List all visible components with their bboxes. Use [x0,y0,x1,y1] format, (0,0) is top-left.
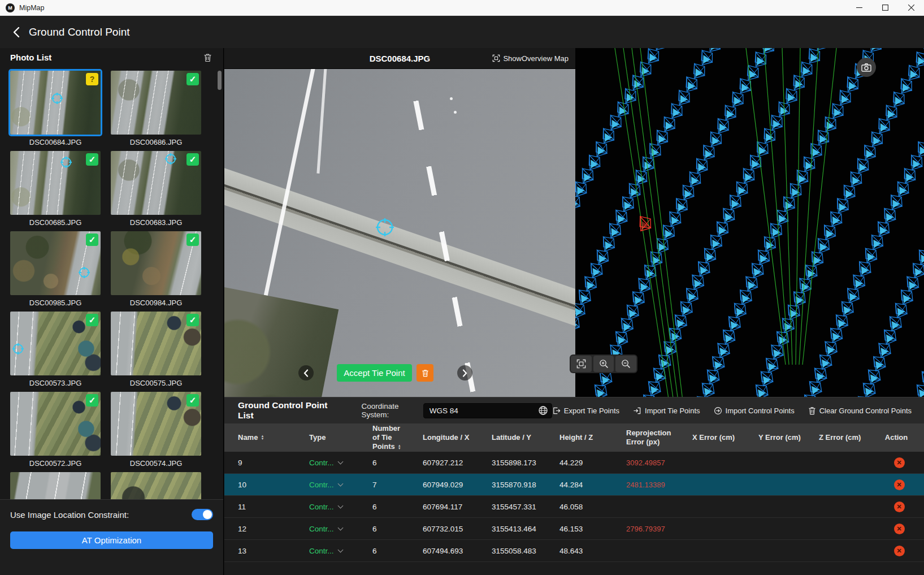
chevron-down-icon [337,503,343,508]
maximize-button[interactable] [872,0,898,15]
show-overview-map-button[interactable]: ShowOverview Map [489,54,575,63]
back-button[interactable] [12,27,20,38]
gcp-height: 44.284 [559,481,626,489]
next-photo-button[interactable] [457,365,472,381]
delete-gcp-button[interactable]: ✕ [894,501,905,512]
photo-thumbnail[interactable]: ✓ [111,151,201,215]
lane-line-solid-2 [316,69,327,174]
previous-photo-button[interactable] [298,365,314,381]
close-button[interactable] [898,0,924,15]
zoom-in-icon [599,359,609,369]
check-badge: ✓ [86,234,98,246]
import-icon [633,407,641,415]
delete-gcp-button[interactable]: ✕ [894,524,905,534]
gcp-height: 46.153 [559,525,626,533]
photo-item[interactable]: ✓DSC00575.JPG [111,312,201,390]
3d-camera-view[interactable] [575,48,924,397]
export-icon [552,407,561,415]
snapshot-camera-button[interactable] [857,58,876,77]
trash-icon [808,407,816,415]
photo-thumbnail[interactable]: ✓ [111,231,201,295]
accept-tie-point-button[interactable]: Accept Tie Point [337,364,412,382]
gcp-type-dropdown[interactable]: Contr... [309,503,372,511]
photo-name: DSC00985.JPG [10,299,101,309]
fit-view-button[interactable] [571,356,592,372]
photo-item[interactable]: ?DSC00684.JPG [10,71,101,149]
zoom-in-button[interactable] [593,356,614,372]
photo-item[interactable] [111,472,201,499]
delete-gcp-button[interactable]: ✕ [894,479,905,490]
photo-thumbnail[interactable]: ✓ [10,151,101,215]
export-tie-points-button[interactable]: Export Tie Points [552,407,619,415]
tie-point-crosshair-icon [374,217,396,238]
photo-thumbnail[interactable] [111,472,201,499]
gcp-type-dropdown[interactable]: Contr... [309,481,372,489]
coordinate-system-label: Coordinate System: [362,402,419,419]
photo-item[interactable]: ✓DSC00685.JPG [10,151,101,229]
photo-name: DSC00573.JPG [10,379,101,390]
check-badge: ✓ [186,234,199,246]
gcp-row[interactable]: 13Contr...6607494.6933155058.48348.643✕ [224,540,924,562]
column-header-longitude: Longitude / X [423,433,492,442]
column-header-height: Height / Z [559,433,626,442]
photo-item[interactable] [10,472,101,499]
photo-thumbnail[interactable]: ✓ [10,312,101,375]
delete-gcp-button[interactable]: ✕ [894,546,905,556]
photo-list-scrollbar[interactable] [218,71,222,90]
gcp-name: 11 [238,503,309,511]
main-photo[interactable]: Accept Tie Point [224,69,575,397]
minimize-button[interactable] [846,0,872,15]
page-header: Ground Control Point [0,16,924,48]
photo-list-panel: Photo List ?DSC00684.JPG✓DSC00686.JPG✓DS… [0,48,224,575]
coordinate-system-picker-button[interactable] [538,405,548,416]
tie-point-crosshair-icon [164,152,177,166]
clear-gcp-button[interactable]: Clear Ground Control Points [808,407,912,415]
column-header-name[interactable]: Name▲▼ [238,433,309,442]
photo-thumbnail[interactable]: ✓ [111,392,201,456]
gcp-row[interactable]: 11Contr...6607694.1173155457.33146.058✕ [224,496,924,518]
photo-thumbnail[interactable]: ? [10,71,101,135]
location-constraint-toggle[interactable] [192,509,213,520]
photo-thumbnail[interactable] [10,472,101,499]
delete-tie-point-button[interactable] [417,364,433,382]
import-control-points-button[interactable]: Import Control Points [714,407,795,415]
window-title: MipMap [19,4,44,12]
gcp-latitude: 3155058.483 [492,547,559,555]
gcp-type-dropdown[interactable]: Contr... [309,525,372,533]
page-title: Ground Control Point [29,26,130,38]
photo-item[interactable]: ✓DSC00683.JPG [111,151,201,229]
gcp-row[interactable]: 10Contr...7607949.0293155870.91844.28424… [224,474,924,496]
photo-thumbnail[interactable]: ✓ [111,71,201,135]
at-optimization-button[interactable]: AT Optimization [10,531,213,549]
column-header-z-error: Z Error (cm) [819,433,877,442]
gcp-type-dropdown[interactable]: Contr... [309,547,372,555]
gcp-latitude: 3155898.173 [492,459,559,467]
gcp-row[interactable]: 9Contr...6607927.2123155898.17344.229309… [224,452,924,474]
gcp-row[interactable]: 12Contr...6607732.0153155413.46446.15327… [224,518,924,540]
zoom-out-button[interactable] [615,356,636,372]
photo-thumbnail[interactable]: ✓ [10,231,101,295]
photo-item[interactable]: ✓DSC00572.JPG [10,392,101,470]
sidebar-footer: Use Image Location Constraint: AT Optimi… [0,499,223,575]
check-badge: ✓ [186,153,199,166]
photo-name: DSC00984.JPG [111,299,201,309]
photo-item[interactable]: ✓DSC00574.JPG [111,392,201,470]
gcp-tie-points: 6 [372,525,423,533]
photo-name: DSC00572.JPG [10,459,101,470]
photo-item[interactable]: ✓DSC00686.JPG [111,71,201,149]
delete-gcp-button[interactable]: ✕ [894,457,905,468]
photo-thumbnail[interactable]: ✓ [111,312,201,375]
photo-item[interactable]: ✓DSC00985.JPG [10,231,101,309]
photo-thumbnail[interactable]: ✓ [10,392,101,456]
import-tie-points-button[interactable]: Import Tie Points [633,407,700,415]
gcp-reprojection-error: 2481.13389 [626,481,692,489]
coordinate-system-input[interactable] [423,403,552,418]
delete-photos-button[interactable] [203,53,212,62]
import-circle-icon [714,407,722,415]
photo-item[interactable]: ✓DSC00573.JPG [10,312,101,390]
photo-list-scroll-area[interactable]: ?DSC00684.JPG✓DSC00686.JPG✓DSC00685.JPG✓… [0,67,223,499]
photo-item[interactable]: ✓DSC00984.JPG [111,231,201,309]
column-header-x-error: X Error (cm) [692,433,758,442]
gcp-type-dropdown[interactable]: Contr... [309,459,372,467]
column-header-tie-points[interactable]: Number of Tie Points▲▼ [372,424,413,452]
